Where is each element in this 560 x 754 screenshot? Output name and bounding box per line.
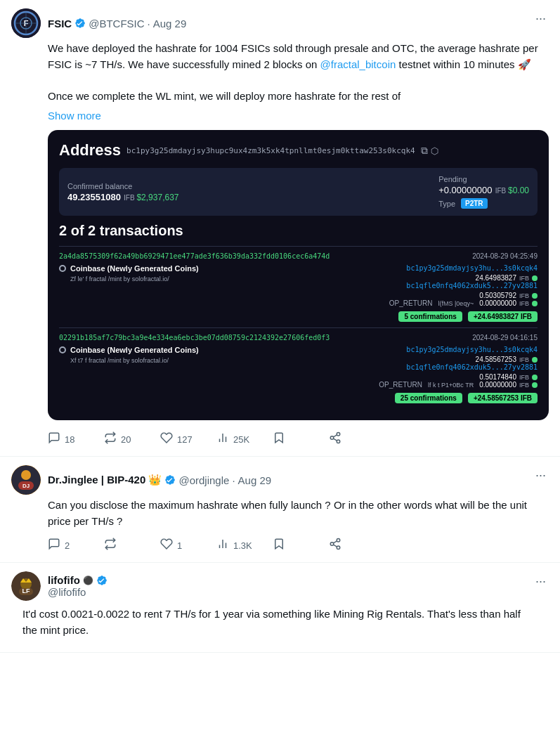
tweet-header-left-3: LF lifofifo ⚫ @lifofifo <box>11 571 108 601</box>
tx-left-2: Coinbase (Newly Generated Coins) Xf t7 f… <box>59 346 295 389</box>
display-name-3: lifofifo <box>48 574 80 586</box>
bookmark-action[interactable] <box>273 431 329 448</box>
tx-body-1: Coinbase (Newly Generated Coins) Zf le' … <box>59 264 538 307</box>
bookmark-icon-2 <box>273 538 285 554</box>
tweet-body-3: It'd cost 0.0021-0.0022 to rent 7 TH/s f… <box>11 606 549 652</box>
retweet-icon <box>104 431 117 448</box>
transactions-header: 2 of 2 transactions <box>59 223 538 239</box>
tx-source-sub-1: Zf le' f fractal /mint by solofractal.io… <box>70 275 295 282</box>
drjinglee-tweet: DJ Dr.Jinglee | BIP-420 👑 @ordjingle · A… <box>0 457 560 563</box>
more-options-button[interactable]: ··· <box>533 8 549 29</box>
more-options-button-3[interactable]: ··· <box>533 571 549 592</box>
lifofifo-tweet: LF lifofifo ⚫ @lifofifo ··· <box>0 563 560 653</box>
tx-source-2: Coinbase (Newly Generated Coins) <box>59 346 295 354</box>
like-icon-2 <box>160 538 173 554</box>
confirmed-balance: Confirmed balance 49.23551080 IFB $2,937… <box>67 182 179 202</box>
share-icon <box>329 431 341 448</box>
tweet-text-3: It'd cost 0.0021-0.0022 to rent 7 TH/s f… <box>22 606 538 638</box>
tx-addr2-1: bc1qfle0nfq4062xduk5...27yv2881 <box>302 282 538 290</box>
display-name-2: Dr.Jinglee | BIP-420 👑 <box>48 474 162 486</box>
total-badge-2: +24.58567253 IFB <box>468 393 538 403</box>
black-circle-icon: ⚫ <box>83 576 93 585</box>
tx-amount-1b: 0.50305792 <box>479 292 516 299</box>
type-badge: P2TR <box>461 198 488 209</box>
tweet-header-left-2: DJ Dr.Jinglee | BIP-420 👑 @ordjingle · A… <box>11 465 271 495</box>
svg-line-13 <box>333 435 337 437</box>
svg-point-9 <box>337 433 340 436</box>
tweet-header-3: LF lifofifo ⚫ @lifofifo ··· <box>11 571 549 601</box>
like-action-2[interactable]: 1 <box>160 538 216 554</box>
tx-amount-row-2b: 0.50174840 IFB <box>302 373 538 381</box>
tweet-body: We have deployed the hashrate for 1004 F… <box>11 41 549 456</box>
svg-text:LF: LF <box>22 587 30 594</box>
verified-icon-3 <box>96 575 108 586</box>
tx-green-dot-4 <box>532 357 538 363</box>
reply-icon <box>48 431 60 448</box>
tx-body-2: Coinbase (Newly Generated Coins) Xf t7 f… <box>59 346 538 389</box>
address-header: Address bc1py3g25dmdayjsy3hupc9ux4zm3k5x… <box>59 141 538 160</box>
tweet-header-left: F FSIC @BTCFSIC · Aug 29 <box>11 8 186 38</box>
confirmations-badge-1: 5 confirmations <box>398 311 462 322</box>
total-badge-1: +24.64983827 IFB <box>468 311 538 322</box>
retweet-count: 20 <box>121 434 131 445</box>
user-info-2: Dr.Jinglee | BIP-420 👑 @ordjingle · Aug … <box>48 474 271 486</box>
tx-green-dot-2 <box>532 293 538 299</box>
share-action-2[interactable] <box>329 538 385 554</box>
tx-source-sub-2: Xf t7 f fractal /mint by solofractal.io/ <box>70 357 295 364</box>
share-action[interactable] <box>329 431 385 448</box>
reply-action-2[interactable]: 2 <box>48 538 104 554</box>
bookmark-action-2[interactable] <box>273 538 329 554</box>
tx-date-2: 2024-08-29 04:16:15 <box>472 334 538 342</box>
like-icon <box>160 431 173 448</box>
tweet-header-2: DJ Dr.Jinglee | BIP-420 👑 @ordjingle · A… <box>11 465 549 495</box>
tx-opreturn-row-2: OP_RETURN lf k t P1+0Bc TR 0.00000000 IF… <box>302 381 538 389</box>
verified-icon <box>74 18 86 29</box>
show-more-link[interactable]: Show more <box>48 110 549 122</box>
copy-icon[interactable]: ⧉ ⬡ <box>421 145 438 157</box>
tx-footer-2: 25 confirmations +24.58567253 IFB <box>59 393 538 403</box>
views-icon <box>216 431 229 448</box>
views-icon-2 <box>216 538 229 554</box>
address-hash: bc1py3g25dmdayjsy3hupc9ux4zm3k5xk4tpnllm… <box>126 146 415 155</box>
handle-2: @ordjingle <box>178 474 229 486</box>
display-name: FSIC <box>48 18 72 30</box>
views-action-2[interactable]: 1.3K <box>216 538 273 554</box>
mention-fractal-bitcoin[interactable]: @fractal_bitcoin <box>320 58 396 70</box>
tx-footer-1: 5 confirmations +24.64983827 IFB <box>59 311 538 322</box>
blockchain-card: Address bc1py3g25dmdayjsy3hupc9ux4zm3k5x… <box>48 130 549 420</box>
tx-source-label-2: Coinbase (Newly Generated Coins) <box>70 346 199 354</box>
tx-green-dot-6 <box>532 382 538 388</box>
svg-point-15 <box>21 470 31 480</box>
views-action[interactable]: 25K <box>216 431 273 448</box>
views-count: 25K <box>233 434 249 445</box>
svg-point-22 <box>330 542 334 546</box>
tx-opreturn-label-1: OP_RETURN <box>389 299 433 307</box>
fsic-tweet: F FSIC @BTCFSIC · Aug 29 ··· <box>0 0 560 457</box>
pending-fiat: $0.00 <box>508 186 529 195</box>
retweet-action[interactable]: 20 <box>104 431 160 448</box>
tweet-date-2: Aug 29 <box>238 474 272 486</box>
tweet-header: F FSIC @BTCFSIC · Aug 29 ··· <box>11 8 549 38</box>
like-count-2: 1 <box>177 540 182 551</box>
tx-amount-1a: 24.64983827 <box>476 274 516 282</box>
confirmed-balance-fiat: $2,937,637 <box>136 193 178 202</box>
tx-right-2: bc1py3g25dmdayjsy3hu...3s0kcqk4 24.58567… <box>302 346 538 389</box>
user-info-3: lifofifo ⚫ @lifofifo <box>48 574 108 598</box>
like-action[interactable]: 127 <box>160 431 216 448</box>
reply-action[interactable]: 18 <box>48 431 104 448</box>
confirmed-balance-label: Confirmed balance <box>67 182 179 190</box>
balance-row: Confirmed balance 49.23551080 IFB $2,937… <box>59 168 538 216</box>
tx-opreturn-row-1: OP_RETURN l(fMS‎ |0eqy~ 0.00000000 IFB <box>302 299 538 307</box>
confirmations-badge-2: 25 confirmations <box>395 393 462 403</box>
type-label: Type <box>438 200 455 208</box>
tweet-body-2: Can you disclose the maximum hashrate wh… <box>11 498 549 562</box>
svg-point-21 <box>337 539 340 542</box>
tx-date-1: 2024-08-29 04:25:49 <box>472 252 538 260</box>
share-icon-2 <box>329 538 341 554</box>
tx-hash-row-1: 2a4da8575309f62a49bb6929471ee477ade3f636… <box>59 252 538 260</box>
tweet-text-2: Can you disclose the maximum hashrate wh… <box>48 498 549 529</box>
svg-line-12 <box>333 438 337 441</box>
views-count-2: 1.3K <box>233 540 252 551</box>
more-options-button-2[interactable]: ··· <box>533 465 549 486</box>
retweet-action-2[interactable] <box>104 538 160 554</box>
